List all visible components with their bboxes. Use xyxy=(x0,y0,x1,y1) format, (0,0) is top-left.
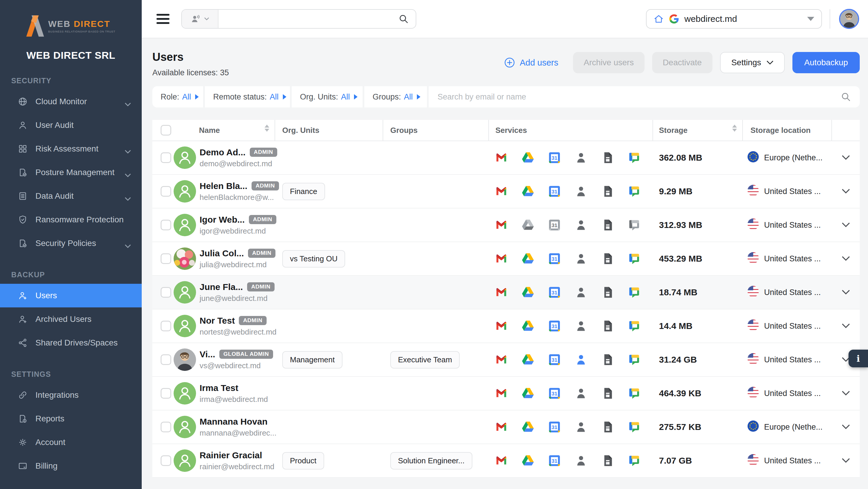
role-badge: ADMIN xyxy=(252,181,279,190)
table-search-input[interactable] xyxy=(438,92,841,101)
row-checkbox[interactable] xyxy=(161,220,171,230)
file-icon xyxy=(601,151,614,164)
avatar xyxy=(174,147,196,169)
sidebar-item-label: Data Audit xyxy=(35,191,73,201)
row-checkbox[interactable] xyxy=(161,152,171,163)
avatar xyxy=(174,315,196,337)
row-expand-chevron[interactable] xyxy=(832,290,860,295)
storage-value: 31.24 GB xyxy=(653,355,743,365)
filter-role[interactable]: Role:All xyxy=(152,86,203,108)
contacts-icon xyxy=(575,454,588,467)
archive-users-button[interactable]: Archive users xyxy=(573,52,645,73)
row-expand-chevron[interactable] xyxy=(832,256,860,261)
row-checkbox[interactable] xyxy=(161,422,171,432)
row-expand-chevron[interactable] xyxy=(832,189,860,194)
column-header-storage: Storage xyxy=(653,120,743,141)
contacts-icon xyxy=(575,319,588,333)
sidebar-item-posture-management[interactable]: Posture Management xyxy=(0,161,142,184)
avatar xyxy=(174,450,196,472)
drive-icon xyxy=(521,252,534,265)
storage-value: 275.57 KB xyxy=(653,422,743,432)
user-name: Irma Test xyxy=(199,383,238,393)
us-flag-icon xyxy=(748,353,759,366)
global-search-input[interactable] xyxy=(218,14,399,24)
row-checkbox[interactable] xyxy=(161,354,171,365)
shield-icon xyxy=(18,215,28,225)
row-expand-chevron[interactable] xyxy=(832,323,860,329)
row-checkbox[interactable] xyxy=(161,186,171,197)
svg-text:31: 31 xyxy=(552,256,557,262)
sidebar-item-risk-assessment[interactable]: Risk Assessment xyxy=(0,137,142,161)
domain-selector[interactable]: webdirect.md xyxy=(646,9,822,29)
contacts-icon xyxy=(575,286,588,299)
user-name: Demo Ad... xyxy=(199,147,246,157)
user-name: Rainier Gracial xyxy=(199,450,262,460)
search-icon[interactable] xyxy=(399,14,409,24)
filter-groups[interactable]: Groups:All xyxy=(364,86,427,108)
table-row: Helen Bla...ADMINhelenBlackmore@w...Fina… xyxy=(152,175,860,209)
menu-toggle-button[interactable] xyxy=(156,11,169,27)
sidebar-item-integrations[interactable]: Integrations xyxy=(0,383,142,407)
brand-name: WEB DIRECT xyxy=(48,19,115,29)
doc-check-icon xyxy=(18,238,28,248)
filter-remote-status[interactable]: Remote status:All xyxy=(205,86,290,108)
brand-tagline: BUSINESS RELATIONSHIP BASED ON TRUST xyxy=(48,30,115,33)
user-name: Helen Bla... xyxy=(199,181,247,191)
sidebar-item-ransomware-protection[interactable]: Ransomware Protection xyxy=(0,208,142,232)
chevron-down-icon xyxy=(125,98,131,102)
app-root: WEB DIRECT BUSINESS RELATIONSHIP BASED O… xyxy=(0,0,868,489)
settings-button[interactable]: Settings xyxy=(720,52,785,73)
row-expand-chevron[interactable] xyxy=(832,391,860,396)
sidebar-item-billing[interactable]: Billing xyxy=(0,454,142,478)
gmail-icon xyxy=(495,421,508,433)
row-checkbox[interactable] xyxy=(161,455,171,466)
column-header-storage-location: Storage location xyxy=(743,120,832,141)
row-expand-chevron[interactable] xyxy=(832,222,860,228)
card-icon xyxy=(18,461,28,471)
table-body: Demo Ad...ADMINdemo@webdirect.md31362.08… xyxy=(152,141,860,478)
filter-org-units[interactable]: Org. Units:All xyxy=(292,86,363,108)
row-expand-chevron[interactable] xyxy=(832,424,860,430)
add-users-button[interactable]: Add users xyxy=(504,57,558,68)
calendar-icon: 31 xyxy=(548,286,561,299)
user-email: irma@webdirect.md xyxy=(199,395,268,404)
row-checkbox[interactable] xyxy=(161,287,171,298)
plus-circle-icon xyxy=(504,57,515,68)
sidebar-item-users[interactable]: Users xyxy=(0,284,142,307)
google-logo-icon xyxy=(669,14,679,24)
profile-avatar[interactable] xyxy=(839,9,859,29)
main-area: webdirect.md Users Available licenses: 3… xyxy=(142,0,868,489)
role-badge: ADMIN xyxy=(247,282,275,292)
sidebar-item-cloud-monitor[interactable]: Cloud Monitor xyxy=(0,90,142,113)
link-icon xyxy=(18,390,28,400)
row-checkbox[interactable] xyxy=(161,388,171,399)
gmail-icon xyxy=(495,286,508,299)
drive-icon xyxy=(521,286,534,299)
services-cell: 31 xyxy=(489,185,653,198)
section-label-backup: BACKUP xyxy=(11,271,142,279)
sort-name-icon[interactable] xyxy=(265,125,269,132)
sidebar-item-archived-users[interactable]: Archived Users xyxy=(0,307,142,331)
sidebar-item-account[interactable]: Account xyxy=(0,431,142,454)
row-expand-chevron[interactable] xyxy=(832,155,860,160)
deactivate-button[interactable]: Deactivate xyxy=(652,52,712,73)
drive-icon xyxy=(521,353,534,366)
us-flag-icon xyxy=(748,286,759,299)
sidebar-item-reports[interactable]: Reports xyxy=(0,407,142,431)
user-name: June Fla... xyxy=(199,282,243,292)
sidebar-item-label: Ransomware Protection xyxy=(35,215,124,224)
search-scope-dropdown[interactable] xyxy=(182,10,218,28)
search-icon[interactable] xyxy=(841,92,851,102)
select-all-checkbox[interactable] xyxy=(161,125,171,135)
info-button[interactable]: i xyxy=(848,349,868,367)
sidebar-item-security-policies[interactable]: Security Policies xyxy=(0,232,142,255)
row-expand-chevron[interactable] xyxy=(832,458,860,463)
table-header: Name Org. Units Groups Services Storage … xyxy=(152,120,860,141)
row-checkbox[interactable] xyxy=(161,253,171,264)
sidebar-item-user-audit[interactable]: User Audit xyxy=(0,113,142,137)
sidebar-item-data-audit[interactable]: Data Audit xyxy=(0,184,142,208)
sidebar-item-shared-drives-spaces[interactable]: Shared Drives/Spaces xyxy=(0,331,142,355)
sort-storage-icon[interactable] xyxy=(732,125,737,132)
autobackup-button[interactable]: Autobackup xyxy=(793,52,860,73)
row-checkbox[interactable] xyxy=(161,321,171,331)
